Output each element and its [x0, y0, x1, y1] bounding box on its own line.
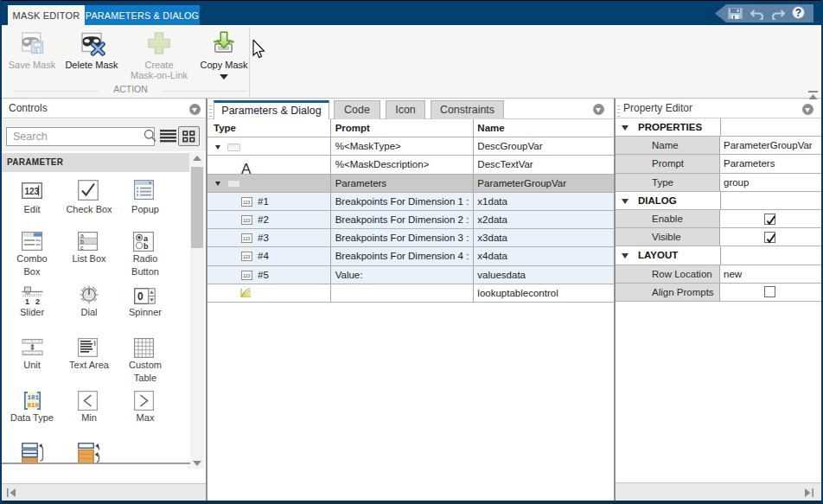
svg-text:c: c — [80, 245, 84, 251]
svg-text:123: 123 — [243, 272, 251, 278]
svg-text:b: b — [144, 242, 149, 251]
svg-text:b: b — [80, 239, 84, 245]
svg-text:010: 010 — [28, 402, 40, 409]
svg-text:123: 123 — [243, 218, 251, 223]
svg-text:1: 1 — [25, 297, 29, 305]
svg-text:2: 2 — [35, 297, 40, 305]
svg-text:123: 123 — [243, 236, 251, 241]
svg-text:123: 123 — [25, 187, 40, 196]
svg-text:a: a — [80, 233, 84, 239]
svg-text:101: 101 — [28, 394, 40, 401]
svg-text:123: 123 — [243, 199, 251, 204]
svg-text:123: 123 — [243, 254, 251, 259]
svg-text:0: 0 — [137, 290, 144, 303]
